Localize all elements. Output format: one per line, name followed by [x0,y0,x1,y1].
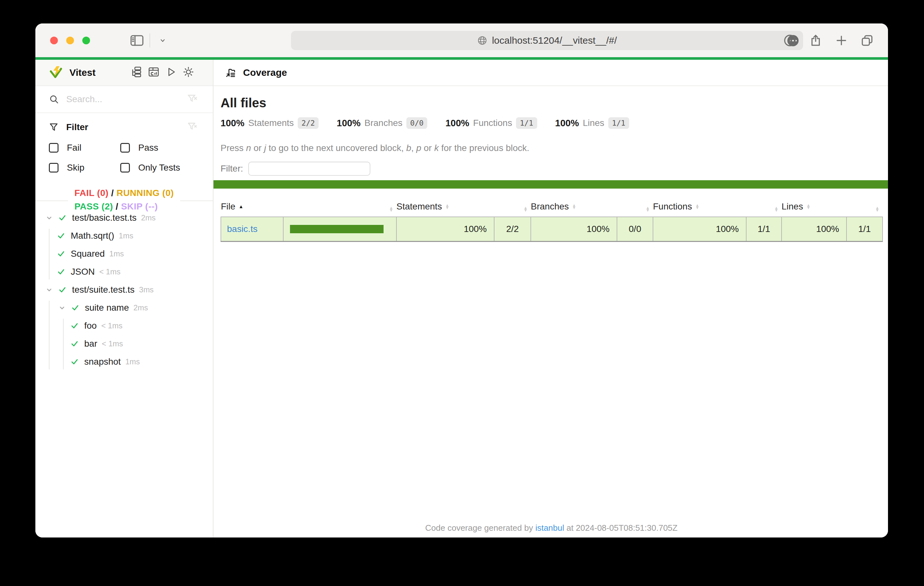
downloads-icon[interactable] [783,34,797,47]
tree-item-snapshot[interactable]: snapshot 1ms [35,353,213,371]
vitest-logo-icon [49,66,63,79]
tree-item-basic-test-file[interactable]: test/basic.test.ts 2ms [35,209,213,227]
file-cell: basic.ts [221,217,283,241]
branches-ratio-cell: 0/0 [617,217,653,241]
column-header-statements[interactable]: Statements▲▼ [396,196,494,217]
new-tab-icon[interactable] [835,34,848,47]
traffic-lights [50,23,90,57]
minimize-button[interactable] [66,37,74,44]
tree-item-bar[interactable]: bar < 1ms [35,335,213,353]
column-header-functions-ratio[interactable]: ▲▼ [746,196,782,217]
close-button[interactable] [50,37,58,44]
branches-pct-cell: 100% [531,217,617,241]
browser-chrome: localhost:51204/__vitest__/#/ [35,23,888,57]
filter-title: Filter [66,122,187,132]
filter-checkbox-skip[interactable]: Skip [49,163,120,173]
pass-check-icon [58,285,67,294]
stat-statements: 100%Statements2/2 [221,117,318,129]
sort-icon[interactable]: ▲▼ [617,207,653,212]
screenshot-stage: localhost:51204/__vitest__/#/ [0,0,924,586]
table-header-row: File▲ ▲▼ Statements▲▼ ▲▼ Branches▲▼ ▲▼ F… [221,196,883,217]
pass-check-icon [56,231,66,240]
tree-item-suite-name[interactable]: suite name 2ms [35,299,213,317]
lines-pct-cell: 100% [782,217,846,241]
url-bar[interactable]: localhost:51204/__vitest__/#/ [291,31,803,50]
tree-item-json[interactable]: JSON < 1ms [35,263,213,281]
coverage-bar-fill [290,225,384,233]
chevron-down-icon[interactable] [45,286,53,294]
stat-branches: 100%Branches0/0 [337,117,427,129]
coverage-footer: Code coverage generated by istanbul at 2… [213,523,888,533]
statements-ratio-cell: 2/2 [494,217,531,241]
stat-functions: 100%Functions1/1 [445,117,537,129]
lines-ratio-cell: 1/1 [846,217,883,241]
page-title: All files [221,96,883,110]
file-link[interactable]: basic.ts [227,224,257,234]
sort-icon[interactable]: ▲▼ [846,207,883,212]
filter-panel: Filter Fail Pass Skip [35,113,213,173]
globe-icon [477,35,487,46]
run-all-icon[interactable] [165,66,177,79]
column-header-file[interactable]: File▲ [221,196,283,217]
column-header-graph[interactable]: ▲▼ [283,196,396,217]
test-tree: test/basic.test.ts 2ms Math.sqrt() 1ms S… [35,209,213,371]
filter-checkbox-only-tests[interactable]: Only Tests [120,163,197,173]
sort-asc-icon: ▲ [239,204,243,209]
clear-search-filter-icon[interactable] [187,94,197,105]
sort-icon[interactable]: ▲▼ [746,207,782,212]
tree-item-suite-test-file[interactable]: test/suite.test.ts 3ms [35,281,213,299]
sort-icon[interactable]: ▲▼ [695,204,699,209]
coverage-table: File▲ ▲▼ Statements▲▼ ▲▼ Branches▲▼ ▲▼ F… [221,196,883,242]
brand-title: Vitest [69,67,130,78]
stat-lines: 100%Lines1/1 [555,117,630,129]
coverage-body: All files 100%Statements2/2 100%Branches… [213,86,888,242]
chevron-down-icon[interactable] [58,304,66,312]
pass-check-icon [56,267,66,276]
coverage-title: Coverage [243,67,287,78]
sort-icon[interactable]: ▲▼ [806,204,810,209]
pass-check-icon [71,303,80,312]
zoom-button[interactable] [82,37,90,44]
keyboard-hint: Press n or j to go to the next uncovered… [221,143,883,153]
chevron-down-icon[interactable] [156,34,170,47]
column-header-lines-ratio[interactable]: ▲▼ [846,196,883,217]
column-header-branches-ratio[interactable]: ▲▼ [617,196,653,217]
pass-check-icon [70,321,79,330]
file-filter-label: Filter: [221,163,243,174]
chevron-down-icon[interactable] [45,214,53,222]
sort-icon[interactable]: ▲▼ [445,204,449,209]
filter-checkbox-fail[interactable]: Fail [49,143,120,153]
tree-item-math-sqrt[interactable]: Math.sqrt() 1ms [35,227,213,245]
coverage-panel: Coverage All files 100%Statements2/2 100… [213,60,888,538]
sort-icon[interactable]: ▲▼ [283,207,396,212]
sidebar-toggle-icon[interactable] [130,34,144,47]
pass-check-icon [70,339,79,348]
share-icon[interactable] [809,34,822,47]
tree-item-foo[interactable]: foo < 1ms [35,317,213,335]
pass-check-icon [56,249,66,258]
column-header-lines[interactable]: Lines▲▼ [782,196,846,217]
tree-item-squared[interactable]: Squared 1ms [35,245,213,263]
column-header-statements-ratio[interactable]: ▲▼ [494,196,531,217]
coverage-keyline-bar [213,180,888,189]
filter-checkbox-pass[interactable]: Pass [120,143,197,153]
pass-check-icon [70,357,79,366]
clear-filter-icon[interactable] [187,122,197,133]
sort-icon[interactable]: ▲▼ [494,207,531,212]
dashboard-icon[interactable] [148,66,160,79]
file-filter-input[interactable] [248,161,370,176]
sort-icon[interactable]: ▲▼ [572,204,576,209]
chrome-divider [150,33,150,48]
search-input[interactable] [66,94,187,104]
column-header-branches[interactable]: Branches▲▼ [531,196,617,217]
istanbul-link[interactable]: istanbul [535,523,564,533]
column-header-functions[interactable]: Functions▲▼ [653,196,746,217]
theme-toggle-icon[interactable] [183,66,194,79]
functions-ratio-cell: 1/1 [746,217,782,241]
functions-pct-cell: 100% [653,217,746,241]
funnel-icon [49,122,58,132]
test-tree-view-icon[interactable] [130,66,142,79]
tab-overview-icon[interactable] [860,34,874,47]
browser-window: localhost:51204/__vitest__/#/ [35,23,888,538]
coverage-bar-cell [283,217,396,241]
